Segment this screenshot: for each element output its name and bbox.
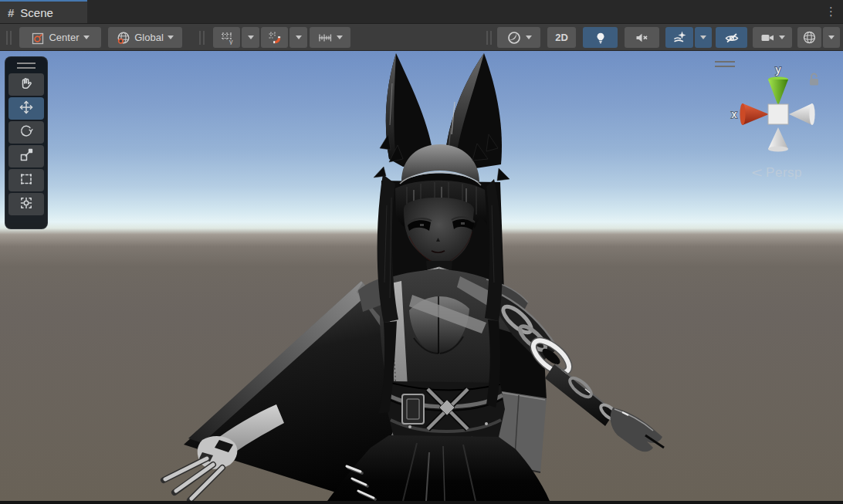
gizmo-sphere-icon (802, 30, 817, 45)
rect-tool-button[interactable] (8, 169, 44, 191)
eye-off-icon (724, 31, 740, 45)
toolbar-drag-handle[interactable] (199, 31, 205, 45)
ruler-ticks-icon (317, 31, 333, 45)
toolbar-drag-handle[interactable] (6, 31, 12, 45)
grid-visibility-dropdown[interactable] (242, 27, 259, 48)
rect-dashed-icon (19, 172, 33, 189)
hand-icon (19, 76, 33, 93)
chevron-down-icon (168, 36, 174, 39)
effects-dropdown[interactable] (695, 27, 712, 48)
scene-visibility-button[interactable] (716, 27, 747, 48)
projection-label: Persp (766, 165, 802, 181)
scene-toolbar: Center Global y (0, 23, 843, 51)
scene-view-window: # Scene ⋮ Center (0, 0, 843, 504)
audio-mute-button[interactable] (625, 27, 659, 48)
globe-icon (117, 31, 130, 45)
move-tool-button[interactable] (8, 97, 44, 120)
view-hand-tool-button[interactable] (8, 73, 44, 96)
speaker-muted-icon (635, 31, 649, 45)
grid-axis-icon: y (220, 31, 234, 45)
gizmo-y-axis-label: y (776, 63, 781, 76)
gizmo-neg-x-cone[interactable] (789, 103, 815, 125)
character-model[interactable] (164, 53, 664, 501)
orientation-label: Global (134, 32, 164, 43)
tab-bar: # Scene ⋮ (0, 0, 843, 23)
pivot-mode-label: Center (49, 32, 79, 43)
toolbar-drag-handle[interactable] (486, 31, 492, 45)
effects-toggle-button[interactable] (665, 27, 693, 48)
move-arrows-icon (19, 100, 33, 117)
increment-snap-dropdown[interactable] (310, 27, 350, 48)
chevron-down-icon (337, 36, 343, 39)
camera-settings-dropdown[interactable] (753, 27, 792, 48)
rotate-tool-button[interactable] (8, 121, 44, 144)
gizmo-x-axis-cone[interactable] (740, 103, 769, 125)
shaded-sphere-icon (506, 30, 522, 46)
pivot-mode-dropdown[interactable]: Center (19, 27, 101, 48)
magnet-grid-icon (268, 31, 282, 45)
chevron-down-icon (526, 36, 532, 39)
chevron-down-icon (83, 36, 90, 39)
tab-scene[interactable]: # Scene (0, 0, 87, 23)
chevron-down-icon (700, 36, 706, 39)
rotate-circle-icon (19, 124, 33, 141)
scene-lighting-button[interactable] (583, 27, 618, 48)
chevron-down-icon (779, 36, 785, 39)
scale-tool-button[interactable] (8, 145, 44, 167)
scene-tab-grid-icon: # (8, 6, 14, 19)
character-model-canvas (0, 51, 843, 501)
projection-toggle[interactable]: < Persp (735, 164, 820, 182)
gizmo-center-cube[interactable] (768, 104, 788, 124)
projection-chevron-icon: < (751, 164, 762, 181)
pivot-center-icon (31, 31, 45, 45)
orientation-dropdown[interactable]: Global (108, 27, 182, 48)
video-camera-icon (760, 31, 775, 45)
chevron-down-icon (828, 36, 835, 39)
gizmos-dropdown[interactable] (823, 27, 840, 48)
gizmo-y-axis-cone[interactable] (768, 76, 788, 106)
snap-dropdown[interactable] (289, 27, 307, 48)
transform-tool-button[interactable] (8, 193, 44, 215)
light-bulb-icon (594, 31, 608, 45)
gizmo-neg-y-cone[interactable] (768, 127, 788, 152)
draw-mode-dropdown[interactable] (497, 27, 540, 48)
scale-icon (19, 148, 33, 165)
transform-combined-icon (19, 196, 33, 213)
tools-overlay-palette (5, 56, 48, 229)
chevron-down-icon (296, 36, 302, 39)
sparkle-layers-icon (672, 30, 687, 45)
palette-drag-handle[interactable] (17, 63, 36, 69)
chevron-down-icon (248, 36, 254, 39)
unlocked-padlock-icon[interactable] (807, 72, 821, 86)
grid-visibility-button[interactable]: y (213, 27, 240, 48)
toggle-2d-button[interactable]: 2D (547, 27, 576, 48)
grid-axis-letter: y (229, 38, 233, 45)
scene-3d-viewport[interactable]: y x < Persp (0, 51, 843, 501)
snap-to-grid-button[interactable] (261, 27, 288, 48)
gizmo-x-axis-label: x (732, 108, 737, 120)
gizmos-toggle-button[interactable] (797, 27, 821, 48)
scene-tab-label: Scene (20, 6, 53, 19)
tab-menu-kebab-icon[interactable]: ⋮ (825, 0, 837, 23)
bottom-panel-edge (0, 501, 843, 504)
2d-label: 2D (555, 32, 568, 43)
